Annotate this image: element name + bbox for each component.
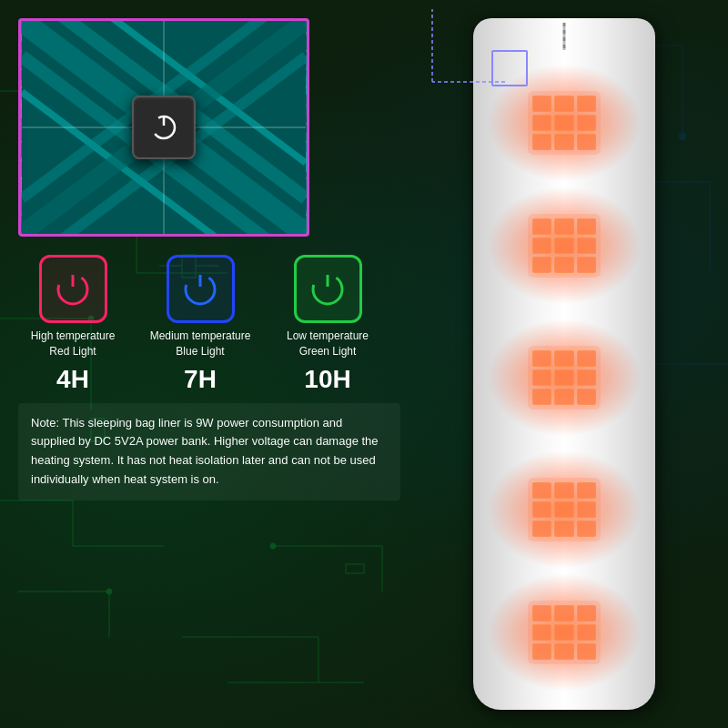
temp-icon-high (39, 255, 107, 323)
heating-zone-5 (487, 573, 642, 692)
zipper (563, 23, 566, 50)
temp-label-low: Low temperature Green Light (287, 329, 369, 359)
note-section: Note: This sleeping bag liner is 9W powe… (18, 403, 400, 500)
temp-item-medium: Medium temperature Blue Light 7H (146, 255, 255, 394)
temp-icon-medium (167, 255, 235, 323)
note-text: Note: This sleeping bag liner is 9W powe… (31, 414, 388, 490)
heating-zone-2 (487, 187, 642, 305)
sleeping-bag (473, 18, 655, 710)
heating-zone-3 (487, 318, 642, 437)
temp-item-high: High temperature Red Light 4H (18, 255, 127, 394)
temp-duration-medium: 7H (184, 365, 217, 394)
power-button-square (132, 96, 196, 159)
heating-zone-4 (487, 450, 642, 569)
temp-icon-low (294, 255, 362, 323)
right-panel (419, 0, 728, 728)
power-button-closeup (132, 96, 196, 159)
temp-duration-low: 10H (304, 365, 350, 394)
temp-item-low: Low temperature Green Light 10H (273, 255, 382, 394)
product-closeup-image (18, 18, 309, 237)
temp-label-medium: Medium temperature Blue Light (150, 329, 251, 359)
temperature-modes-section: High temperature Red Light 4H Medium tem… (9, 255, 410, 394)
temp-label-high: High temperature Red Light (31, 329, 116, 359)
highlight-box-connector (491, 50, 528, 86)
temp-duration-high: 4H (56, 365, 89, 394)
left-panel: High temperature Red Light 4H Medium tem… (0, 0, 419, 728)
